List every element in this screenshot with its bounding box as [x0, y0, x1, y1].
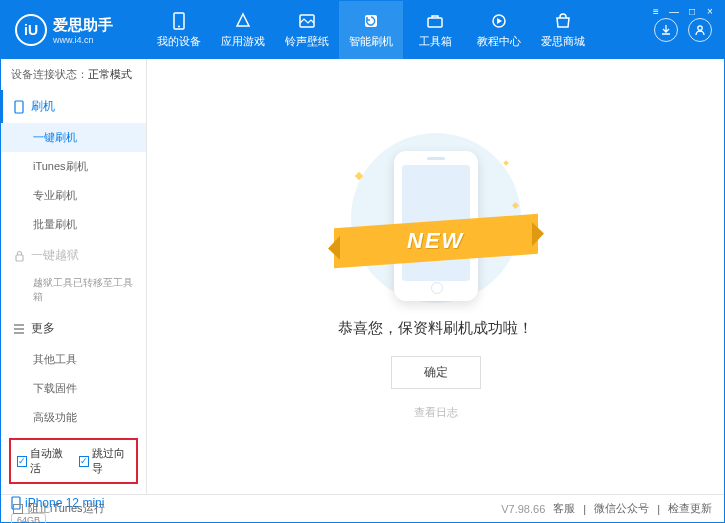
sidebar-item-oneclick-flash[interactable]: 一键刷机: [1, 123, 146, 152]
nav-tutorial[interactable]: 教程中心: [467, 1, 531, 59]
flash-small-icon: [13, 101, 25, 113]
header: iU 爱思助手 www.i4.cn 我的设备 应用游戏 铃声壁纸 智能刷机: [1, 1, 724, 59]
section-title: 一键越狱: [31, 247, 79, 264]
sidebar-item-itunes-flash[interactable]: iTunes刷机: [1, 152, 146, 181]
nav-label: 应用游戏: [221, 34, 265, 49]
flash-options: ✓自动激活 ✓跳过向导: [9, 438, 138, 484]
success-message: 恭喜您，保资料刷机成功啦！: [338, 319, 533, 338]
window-menu-icon[interactable]: ≡: [648, 4, 664, 18]
lock-icon: [13, 250, 25, 262]
apps-icon: [233, 11, 253, 31]
chk-label: 阻止iTunes运行: [28, 501, 105, 516]
nav-label: 爱思商城: [541, 34, 585, 49]
section-title: 刷机: [31, 98, 55, 115]
nav-label: 我的设备: [157, 34, 201, 49]
toolbox-icon: [425, 11, 445, 31]
main-content: NEW 恭喜您，保资料刷机成功啦！ 确定 查看日志: [147, 59, 724, 494]
nav-label: 工具箱: [419, 34, 452, 49]
checkbox-auto-activate[interactable]: ✓自动激活: [17, 446, 69, 476]
nav-store[interactable]: 爱思商城: [531, 1, 595, 59]
svg-point-6: [698, 26, 702, 30]
footer: 阻止iTunes运行 V7.98.66 客服 | 微信公众号 | 检查更新: [1, 494, 724, 522]
wechat-link[interactable]: 微信公众号: [594, 501, 649, 516]
svg-rect-7: [15, 101, 23, 113]
nav-label: 铃声壁纸: [285, 34, 329, 49]
download-button[interactable]: [654, 18, 678, 42]
version-label: V7.98.66: [501, 503, 545, 515]
chk-label: 自动激活: [30, 446, 69, 476]
app-window: ≡ — □ × iU 爱思助手 www.i4.cn 我的设备 应用游戏 铃声壁纸: [0, 0, 725, 523]
wallpaper-icon: [297, 11, 317, 31]
check-update-link[interactable]: 检查更新: [668, 501, 712, 516]
chk-label: 跳过向导: [92, 446, 131, 476]
sidebar-item-pro-flash[interactable]: 专业刷机: [1, 181, 146, 210]
store-icon: [553, 11, 573, 31]
window-controls: ≡ — □ ×: [648, 4, 718, 18]
section-more[interactable]: 更多: [1, 312, 146, 345]
nav-label: 教程中心: [477, 34, 521, 49]
section-title: 更多: [31, 320, 55, 337]
status-label: 设备连接状态：: [11, 68, 88, 80]
nav-flash[interactable]: 智能刷机: [339, 1, 403, 59]
svg-rect-4: [428, 18, 442, 27]
logo[interactable]: iU 爱思助手 www.i4.cn: [1, 14, 147, 46]
nav-my-device[interactable]: 我的设备: [147, 1, 211, 59]
sidebar-item-other-tools[interactable]: 其他工具: [1, 345, 146, 374]
ok-button[interactable]: 确定: [391, 356, 481, 389]
jailbreak-note: 越狱工具已转移至工具箱: [1, 272, 146, 312]
checkbox-block-itunes[interactable]: 阻止iTunes运行: [13, 501, 105, 516]
more-subitems: 其他工具 下载固件 高级功能: [1, 345, 146, 432]
checkbox-skip-setup[interactable]: ✓跳过向导: [79, 446, 131, 476]
more-icon: [13, 323, 25, 335]
maximize-button[interactable]: □: [684, 4, 700, 18]
sidebar-item-download-fw[interactable]: 下载固件: [1, 374, 146, 403]
connection-status: 设备连接状态：正常模式: [1, 59, 146, 90]
nav-toolbox[interactable]: 工具箱: [403, 1, 467, 59]
section-jailbreak: 一键越狱: [1, 239, 146, 272]
nav-apps[interactable]: 应用游戏: [211, 1, 275, 59]
header-right: [654, 18, 724, 42]
app-name: 爱思助手: [53, 16, 113, 35]
app-url: www.i4.cn: [53, 35, 113, 45]
sidebar: 设备连接状态：正常模式 刷机 一键刷机 iTunes刷机 专业刷机 批量刷机 一…: [1, 59, 147, 494]
status-value: 正常模式: [88, 68, 132, 80]
sidebar-item-batch-flash[interactable]: 批量刷机: [1, 210, 146, 239]
logo-icon: iU: [15, 14, 47, 46]
svg-rect-8: [16, 255, 23, 261]
tutorial-icon: [489, 11, 509, 31]
service-link[interactable]: 客服: [553, 501, 575, 516]
user-button[interactable]: [688, 18, 712, 42]
success-illustration: NEW: [346, 133, 526, 303]
svg-point-1: [178, 26, 180, 28]
view-log-link[interactable]: 查看日志: [414, 405, 458, 420]
body: 设备连接状态：正常模式 刷机 一键刷机 iTunes刷机 专业刷机 批量刷机 一…: [1, 59, 724, 494]
flash-icon: [361, 11, 381, 31]
close-button[interactable]: ×: [702, 4, 718, 18]
top-nav: 我的设备 应用游戏 铃声壁纸 智能刷机 工具箱 教程中心: [147, 1, 654, 59]
minimize-button[interactable]: —: [666, 4, 682, 18]
nav-label: 智能刷机: [349, 34, 393, 49]
sidebar-item-advanced[interactable]: 高级功能: [1, 403, 146, 432]
nav-ringtone[interactable]: 铃声壁纸: [275, 1, 339, 59]
flash-subitems: 一键刷机 iTunes刷机 专业刷机 批量刷机: [1, 123, 146, 239]
section-flash[interactable]: 刷机: [1, 90, 146, 123]
phone-icon: [169, 11, 189, 31]
